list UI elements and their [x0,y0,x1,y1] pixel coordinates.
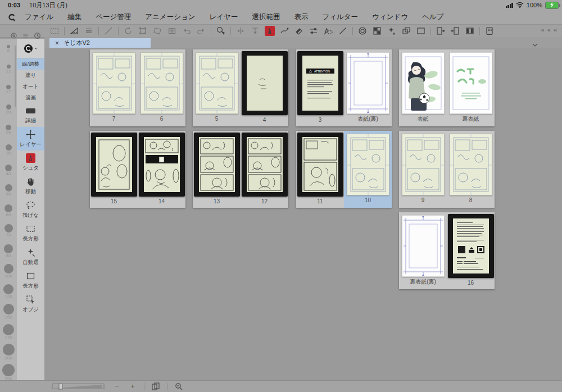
page-thumbnail[interactable]: 9 [399,131,447,208]
page-thumbnail[interactable]: 5 [193,49,241,126]
zoom-cursor-icon[interactable] [216,26,226,36]
clip-studio-paint-icon[interactable] [265,26,275,36]
redo-icon[interactable] [196,26,206,36]
crop-transform-icon[interactable] [138,26,148,36]
page-thumbnail[interactable]: 15 [90,131,138,208]
sparkle-effect-icon[interactable] [387,26,397,36]
battery-percent: 100% [527,2,542,8]
export-page-icon[interactable] [436,26,446,36]
tool-group-line-adjust[interactable]: 線/調整 [17,58,44,70]
collapse-toolbar-chevrons[interactable]: « « « [541,26,558,33]
menu-selection[interactable]: 選択範囲 [252,12,280,22]
page-thumbnail[interactable]: 裏表紙 [447,49,495,126]
page-thumbnail[interactable]: 裏表紙(裏) [399,212,447,289]
circle-shape-icon[interactable] [357,26,368,36]
story-columns-icon[interactable] [465,26,475,36]
brush-stroke-icon[interactable] [338,26,348,36]
tool-group-auto[interactable]: オート [17,81,44,92]
zoom-in-button[interactable]: + [128,381,137,391]
spread-card: 9 8 [399,131,495,208]
menu-animation[interactable]: アニメーション [145,12,195,22]
menu-view[interactable]: 表示 [294,12,308,22]
menu-help[interactable]: ヘルプ [422,12,443,22]
brush-size-item[interactable]: 100 [0,261,17,281]
gradient-icon[interactable] [416,26,426,36]
page-thumbnail[interactable]: 16 [447,212,495,289]
tool-detail[interactable]: NEW 詳細 [17,103,44,127]
tool-rectangle-select[interactable]: 長方形 [17,221,44,245]
tool-group-manga[interactable]: 漫画 [17,92,44,103]
main-menu-lines-icon[interactable] [84,26,94,36]
fit-view-icon[interactable] [174,382,183,391]
brush-size-item[interactable]: 40 [0,160,17,180]
tool-object[interactable]: オブジ [17,292,44,316]
straight-line-icon[interactable] [103,26,114,36]
snap-icon[interactable] [250,26,260,36]
menu-layer[interactable]: レイヤー [210,12,238,22]
mesh-transform-icon[interactable] [167,26,177,36]
quick-access-icon[interactable] [10,31,17,39]
page-thumbnail[interactable]: 8 [447,131,495,208]
page-thumbnail[interactable]: 6 [138,49,185,126]
tool-rectangle-shape[interactable]: 長方形 [17,268,44,292]
tool-lasso[interactable]: 投げな [17,198,44,221]
zoom-out-button[interactable]: − [112,381,121,391]
tool-layer-move[interactable]: レイヤー [17,127,44,151]
thumbnail-size-slider[interactable] [52,383,106,390]
brush-size-item[interactable]: 250 [0,362,17,381]
clip-studio-logo[interactable] [7,12,17,22]
close-tab-icon[interactable]: × [55,39,59,47]
brush-size-item[interactable]: 120 [0,281,17,302]
menu-page-management[interactable]: ページ管理 [96,12,131,22]
brush-size-item[interactable]: 70 [0,221,17,241]
page-thumbnail-selected[interactable]: 10 [344,131,392,208]
tab-list-chevron-icon[interactable] [532,40,538,45]
import-page-icon[interactable] [450,26,460,36]
replay-pages-icon[interactable] [401,26,411,36]
brush-size-item[interactable]: 60 [0,200,17,221]
page-thumbnail[interactable]: ATTENTION 3 [296,49,344,126]
page-thumbnail[interactable]: 表紙 [399,49,447,126]
brush-size-item[interactable]: 50 [0,180,17,200]
rotate-canvas-icon[interactable] [123,26,133,36]
distort-transform-icon[interactable] [152,26,162,36]
tool-auto-select[interactable]: 自動選 [17,245,44,268]
page-thumbnail[interactable]: 4 [241,49,288,126]
menu-filter[interactable]: フィルター [322,12,358,22]
tool-group-paint[interactable]: 塗り [17,70,44,81]
page-thumbnail[interactable]: 7 [90,49,138,126]
brush-size-item[interactable]: 80 [0,241,17,261]
tool-clip-studio-brush[interactable]: シュタ [17,151,44,174]
brush-size-item[interactable]: 200 [0,342,17,362]
palette-menu-icon[interactable] [22,31,29,39]
page-thumbnail[interactable]: 13 [193,131,241,208]
page-thumbnail[interactable]: 14 [138,131,185,208]
brush-size-item[interactable]: 25 [0,120,17,140]
tool-property-sliders-icon[interactable] [309,26,319,36]
eraser-icon[interactable] [294,26,304,36]
page-thumbnail[interactable]: 12 [241,131,288,208]
flip-horizontal-icon[interactable] [235,26,246,36]
wifi-icon [516,2,524,9]
companion-device-icon[interactable] [484,26,495,36]
brush-size-item[interactable]: 150 [0,302,17,322]
page-pair-view-icon[interactable] [151,382,160,391]
history-icon[interactable] [34,31,41,39]
panel-grid-icon[interactable] [372,26,382,36]
menu-window[interactable]: ウィンドウ [372,12,408,22]
menu-file[interactable]: ファイル [25,12,53,22]
pen-lasso-icon[interactable] [323,26,333,36]
page-thumbnail[interactable]: 11 [296,131,344,208]
active-subtool-button[interactable] [17,39,44,58]
page-thumbnail[interactable]: 表紙(裏) [344,49,392,126]
ruler-icon[interactable] [69,26,79,36]
tool-move[interactable]: 移動 [17,174,44,198]
vector-pen-icon[interactable] [279,26,289,36]
brush-strip-scrollbar[interactable] [15,45,16,107]
menu-edit[interactable]: 編集 [67,12,81,22]
brush-size-item[interactable]: 170 [0,322,17,342]
document-tab[interactable]: × そじ本V2 [49,38,151,48]
undo-icon[interactable] [182,26,192,36]
page-manager-canvas[interactable]: 7 6 5 4 [44,48,562,381]
brush-size-item[interactable]: 30 [0,140,17,160]
